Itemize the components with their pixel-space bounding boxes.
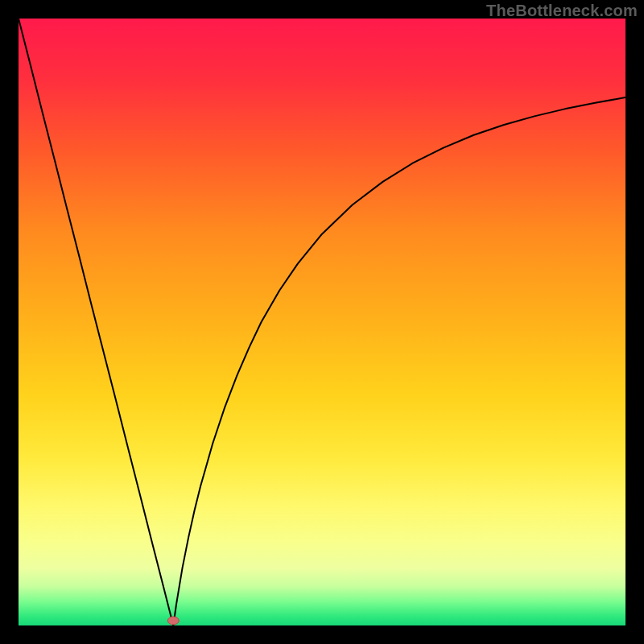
bottleneck-chart	[19, 19, 625, 625]
gradient-background	[19, 19, 625, 625]
chart-frame: TheBottleneck.com	[0, 0, 644, 644]
optimum-marker	[167, 617, 179, 625]
watermark-text: TheBottleneck.com	[486, 2, 638, 20]
